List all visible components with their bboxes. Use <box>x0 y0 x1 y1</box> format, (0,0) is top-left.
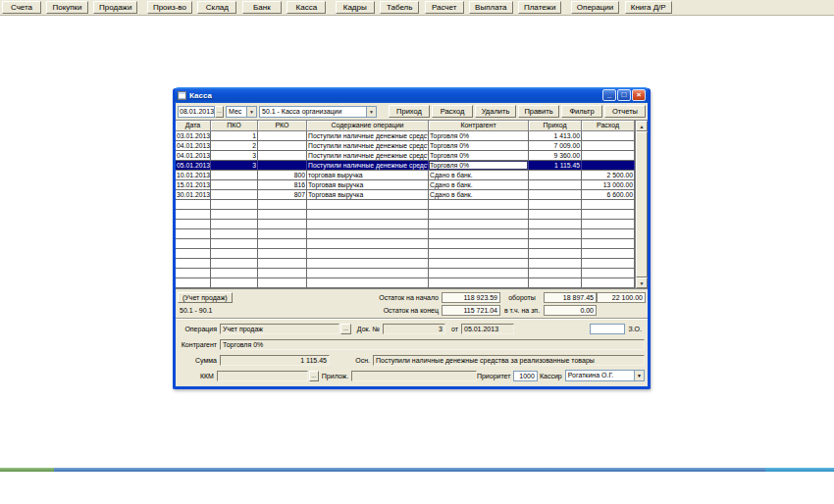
cell-expense[interactable] <box>582 141 635 150</box>
menu-item-operacii[interactable]: Операции <box>571 1 619 14</box>
cell-pko[interactable]: 1 <box>211 131 258 140</box>
column-header-income[interactable]: Приход <box>529 121 582 131</box>
cell-expense[interactable] <box>582 161 635 170</box>
cell-contractor[interactable]: Торговля 0% <box>429 151 529 160</box>
menu-item-prodazhi[interactable]: Продажи <box>93 1 137 14</box>
date-input[interactable]: 08.01.2013 <box>178 106 215 118</box>
table-row-empty[interactable] <box>176 259 635 269</box>
menu-item-kadry[interactable]: Кадры <box>336 1 375 14</box>
chevron-down-icon[interactable]: ▼ <box>366 107 376 117</box>
table-row-empty[interactable] <box>176 200 635 210</box>
chevron-down-icon[interactable]: ▼ <box>634 371 644 380</box>
cell-date[interactable]: 15.01.2013 <box>176 180 211 189</box>
table-scrollbar[interactable]: ▲ ▼ <box>635 121 648 288</box>
table-row-empty[interactable] <box>176 210 635 220</box>
account-select[interactable]: 50.1 - Касса организации ▼ <box>259 106 377 118</box>
cell-content[interactable]: Торговая выручка <box>307 190 429 199</box>
cell-income[interactable] <box>529 190 582 199</box>
table-row[interactable]: 30.01.2013 807 Торговая выручка Сдано в … <box>176 190 635 200</box>
cell-income[interactable] <box>529 171 582 179</box>
cell-income[interactable] <box>529 180 582 189</box>
minimize-button[interactable]: _ <box>602 89 616 101</box>
priority-field[interactable]: 1000 <box>513 371 537 381</box>
period-select[interactable]: Мес ▼ <box>226 106 257 118</box>
cell-rko[interactable] <box>258 141 307 150</box>
cell-rko[interactable] <box>258 151 307 160</box>
cell-rko[interactable]: 800 <box>258 171 307 179</box>
operation-field[interactable]: Учет продаж <box>220 324 339 334</box>
cashier-select[interactable]: Рогаткина О.Г. ▼ <box>565 370 645 381</box>
delete-button[interactable]: Удалить <box>475 105 516 118</box>
prihod-button[interactable]: Приход <box>389 105 430 118</box>
cell-contractor-editing[interactable]: Торговля 0% <box>429 161 529 170</box>
chevron-down-icon[interactable]: ▼ <box>246 107 256 117</box>
cell-pko[interactable]: 2 <box>211 141 258 150</box>
cell-income[interactable]: 1 115.45 <box>529 161 582 170</box>
doc-date-field[interactable]: 05.01.2013 <box>461 324 514 334</box>
column-header-pko[interactable]: ПКО <box>211 121 258 131</box>
column-header-date[interactable]: Дата <box>176 121 211 131</box>
cell-expense[interactable] <box>582 151 635 160</box>
date-browse-button[interactable]: ... <box>215 106 224 118</box>
close-button[interactable]: × <box>632 89 646 101</box>
cell-expense[interactable]: 2 500.00 <box>582 171 635 179</box>
cell-date[interactable]: 30.01.2013 <box>176 190 211 199</box>
table-row[interactable]: 15.01.2013 816 Торговая выручка Сдано в … <box>176 180 635 190</box>
column-header-content[interactable]: Содержание операции <box>307 121 429 131</box>
cell-contractor[interactable]: Сдано в банк. <box>429 171 529 179</box>
cell-content[interactable]: торговая выручка <box>307 171 429 179</box>
cell-pko[interactable] <box>211 171 258 179</box>
table-row-empty[interactable] <box>176 278 635 288</box>
table-row-empty[interactable] <box>176 269 635 278</box>
column-header-rko[interactable]: РКО <box>258 121 307 131</box>
table-row-empty[interactable] <box>176 249 635 259</box>
cell-expense[interactable]: 6 600.00 <box>582 190 635 199</box>
menu-item-vyplata[interactable]: Выплата <box>469 1 512 14</box>
cell-content[interactable]: Поступили наличные денежные средства <box>307 141 429 150</box>
cell-date[interactable]: 04.01.2013 <box>176 141 211 150</box>
cell-contractor[interactable]: Сдано в банк. <box>429 190 529 199</box>
cell-content[interactable]: Поступили наличные денежные средства <box>307 161 429 170</box>
prilozh-field[interactable] <box>351 371 477 381</box>
cell-rko[interactable]: 807 <box>258 190 307 199</box>
contractor-field[interactable]: Торговля 0% <box>220 339 645 350</box>
cell-pko[interactable]: 3 <box>211 161 258 170</box>
sum-field[interactable]: 1 115.45 <box>220 355 330 366</box>
cell-income[interactable]: 7 009.00 <box>529 141 582 150</box>
uchet-prodazh-button[interactable]: (Учет продаж) <box>178 292 233 303</box>
menu-item-kassa[interactable]: Касса <box>287 1 326 14</box>
rashod-button[interactable]: Расход <box>432 105 473 118</box>
cell-contractor[interactable]: Сдано в банк. <box>429 180 529 189</box>
operation-browse-button[interactable]: ... <box>340 324 351 334</box>
cell-pko[interactable] <box>211 190 258 199</box>
scroll-down-icon[interactable]: ▼ <box>636 277 648 288</box>
table-row-empty[interactable] <box>176 239 635 249</box>
doc-number-field[interactable]: 3 <box>383 324 445 334</box>
cell-income[interactable]: 1 413.00 <box>529 131 582 140</box>
scroll-up-icon[interactable]: ▲ <box>636 121 648 131</box>
cell-content[interactable]: Поступили наличные денежные средства <box>307 151 429 160</box>
cell-content[interactable]: Торговая выручка <box>307 180 429 189</box>
table-row[interactable]: 04.01.2013 3 Поступили наличные денежные… <box>176 151 635 161</box>
menu-item-pokupki[interactable]: Покупки <box>46 1 87 14</box>
table-row-empty[interactable] <box>176 220 635 229</box>
cell-expense[interactable]: 13 000.00 <box>582 180 635 189</box>
cell-contractor[interactable]: Торговля 0% <box>429 141 529 150</box>
menu-item-proizvo[interactable]: Произ-во <box>147 1 192 14</box>
cell-rko[interactable] <box>258 161 307 170</box>
edit-button[interactable]: Править <box>518 105 559 118</box>
maximize-button[interactable]: □ <box>617 89 631 101</box>
zo-field[interactable] <box>590 324 625 334</box>
reports-button[interactable]: Отчеты <box>604 105 646 118</box>
table-row[interactable]: 04.01.2013 2 Поступили наличные денежные… <box>176 141 635 151</box>
cell-pko[interactable] <box>211 180 258 189</box>
table-row[interactable]: 03.01.2013 1 Поступили наличные денежные… <box>176 131 635 141</box>
osn-field[interactable]: Поступили наличные денежные средства за … <box>373 355 645 366</box>
cell-pko[interactable]: 3 <box>211 151 258 160</box>
cell-date[interactable]: 05.01.2013 <box>176 161 211 170</box>
filter-button[interactable]: Фильтр <box>561 105 602 118</box>
kkm-browse-button[interactable]: ... <box>309 371 319 381</box>
menu-item-raschet[interactable]: Расчет <box>425 1 464 14</box>
column-header-contractor[interactable]: Контрагент <box>429 121 529 131</box>
menu-item-tabel[interactable]: Табель <box>380 1 419 14</box>
